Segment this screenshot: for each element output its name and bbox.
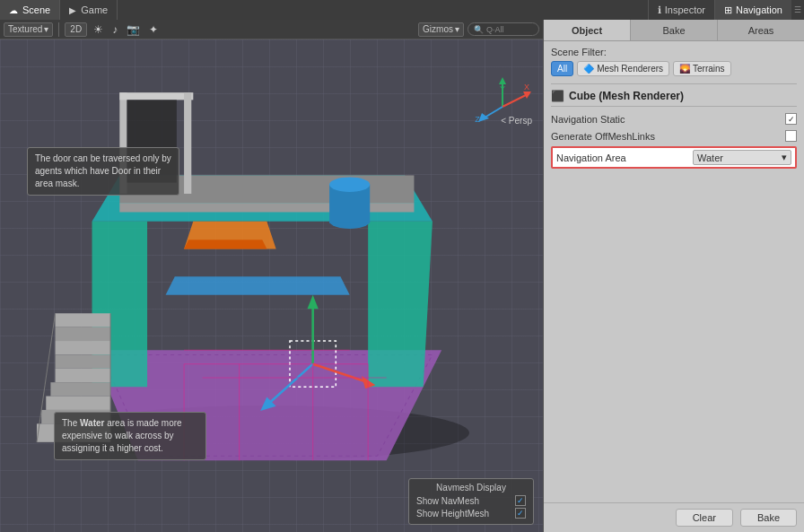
gizmos-label: Gizmos xyxy=(423,24,453,34)
btn-2d[interactable]: 2D xyxy=(65,22,87,37)
sub-tab-bake[interactable]: Bake xyxy=(631,20,718,40)
prop-nav-static-label: Navigation Static xyxy=(551,114,785,125)
filter-btn-mesh-renderers[interactable]: 🔷 Mesh Renderers xyxy=(577,61,669,76)
tab-scene-label: Scene xyxy=(22,4,50,15)
prop-gen-offmesh-label: Generate OffMeshLinks xyxy=(551,131,785,142)
svg-rect-12 xyxy=(56,369,111,382)
navigation-label: Navigation xyxy=(736,4,782,15)
main-layout: Textured ▾ 2D ☀ ♪ 📷 ✦ Gizmos ▾ 🔍 Q·All xyxy=(0,20,804,532)
search-icon: 🔍 xyxy=(474,25,484,34)
tab-game-label: Game xyxy=(81,4,108,15)
nav-area-value: Water xyxy=(697,153,723,163)
navmesh-show-row: Show NavMesh ✓ xyxy=(416,495,526,506)
tooltip-water: The Water area is made more expensive to… xyxy=(54,412,206,460)
navmesh-display: Navmesh Display Show NavMesh ✓ Show Heig… xyxy=(408,478,534,525)
svg-rect-11 xyxy=(56,354,111,368)
scene-filter-label: Scene Filter: xyxy=(551,47,797,57)
tab-game[interactable]: ▶ Game xyxy=(60,0,118,20)
persp-label: < Persp xyxy=(501,116,532,126)
nav-static-checkbox[interactable]: ✓ xyxy=(785,113,797,125)
fx-icon[interactable]: ✦ xyxy=(146,23,161,36)
bake-button[interactable]: Bake xyxy=(740,509,797,527)
clear-button[interactable]: Clear xyxy=(676,509,733,527)
svg-rect-13 xyxy=(50,382,110,396)
svg-marker-25 xyxy=(166,276,350,295)
textured-arrow: ▾ xyxy=(44,24,48,34)
show-heightmesh-checkbox[interactable]: ✓ xyxy=(515,508,526,519)
svg-marker-4 xyxy=(368,222,433,388)
scene-panel: Textured ▾ 2D ☀ ♪ 📷 ✦ Gizmos ▾ 🔍 Q·All xyxy=(0,20,544,532)
svg-rect-21 xyxy=(184,92,191,194)
gizmos-arrow: ▾ xyxy=(455,24,459,34)
svg-marker-50 xyxy=(478,113,489,122)
tooltip-door: The door can be traversed only by agents… xyxy=(27,147,179,196)
audio-icon[interactable]: ♪ xyxy=(109,23,120,36)
tab-navigation[interactable]: ⊞ Navigation xyxy=(714,0,791,20)
right-bottom-bar: Clear Bake xyxy=(544,502,804,532)
filter-btn-all[interactable]: All xyxy=(551,61,573,76)
scene-viewport[interactable]: Y X Z < Persp The door can be traversed … xyxy=(0,39,543,532)
svg-marker-44 xyxy=(499,77,506,84)
panel-options[interactable]: ☰ xyxy=(791,0,804,20)
search-placeholder: Q·All xyxy=(486,25,504,34)
mesh-renderer-icon: 🔷 xyxy=(583,64,594,74)
svg-marker-31 xyxy=(307,295,318,309)
svg-text:X: X xyxy=(524,83,529,92)
svg-rect-8 xyxy=(56,313,111,327)
nav-area-arrow: ▾ xyxy=(782,152,787,163)
filter-btn-terrains[interactable]: 🌄 Terrains xyxy=(673,61,731,76)
right-sub-tabs: Object Bake Areas xyxy=(544,20,804,41)
light-icon[interactable]: ☀ xyxy=(91,23,106,36)
textured-label: Textured xyxy=(8,24,42,34)
tab-scene[interactable]: ☁ Scene xyxy=(0,0,60,20)
gizmos-dropdown[interactable]: Gizmos ▾ xyxy=(418,22,464,37)
nav-area-select[interactable]: Water ▾ xyxy=(693,150,791,165)
show-navmesh-checkbox[interactable]: ✓ xyxy=(515,495,526,506)
object-header: ⬛ Cube (Mesh Renderer) xyxy=(551,90,797,107)
svg-text:Y: Y xyxy=(500,84,505,93)
scene-search[interactable]: 🔍 Q·All xyxy=(468,22,539,36)
inspector-icon: ℹ xyxy=(658,4,661,16)
game-tab-icon: ▶ xyxy=(69,5,76,15)
nav-area-label: Navigation Area xyxy=(556,153,626,163)
svg-marker-24 xyxy=(184,240,267,249)
gen-offmesh-checkbox[interactable] xyxy=(785,130,797,142)
sub-tab-areas[interactable]: Areas xyxy=(718,20,804,40)
filter-row: All 🔷 Mesh Renderers 🌄 Terrains xyxy=(551,61,797,76)
svg-text:Z: Z xyxy=(475,115,480,124)
navigation-icon: ⊞ xyxy=(724,4,732,16)
show-heightmesh-label: Show HeightMesh xyxy=(416,509,489,519)
show-navmesh-label: Show NavMesh xyxy=(416,496,479,506)
gizmo-axis: Y X Z xyxy=(471,75,534,138)
svg-rect-20 xyxy=(119,92,193,100)
sub-tab-object[interactable]: Object xyxy=(544,20,631,40)
object-name-label: Cube (Mesh Renderer) xyxy=(569,90,684,102)
right-panel: Object Bake Areas Scene Filter: All 🔷 Me… xyxy=(544,20,804,532)
scene-tab-icon: ☁ xyxy=(9,5,18,15)
prop-gen-offmesh-row: Generate OffMeshLinks xyxy=(551,129,797,143)
svg-rect-9 xyxy=(56,327,111,341)
svg-rect-14 xyxy=(46,397,110,410)
camera-icon[interactable]: 📷 xyxy=(124,23,143,36)
prop-nav-area-row: Navigation Area Water ▾ xyxy=(551,146,797,169)
tab-inspector[interactable]: ℹ Inspector xyxy=(648,0,714,20)
right-panel-content: Scene Filter: All 🔷 Mesh Renderers 🌄 Ter… xyxy=(544,41,804,502)
navmesh-height-row: Show HeightMesh ✓ xyxy=(416,508,526,519)
prop-nav-static-row: Navigation Static ✓ xyxy=(551,112,797,126)
terrain-icon: 🌄 xyxy=(679,64,690,74)
inspector-label: Inspector xyxy=(665,4,705,15)
navmesh-title: Navmesh Display xyxy=(416,483,526,493)
svg-rect-10 xyxy=(56,341,111,354)
top-tab-bar: ☁ Scene ▶ Game ℹ Inspector ⊞ Navigation … xyxy=(0,0,804,20)
svg-point-28 xyxy=(329,178,370,192)
toolbar-sep-1 xyxy=(58,22,59,37)
object-type-icon: ⬛ xyxy=(551,90,564,102)
textured-dropdown[interactable]: Textured ▾ xyxy=(4,22,53,37)
scene-toolbar: Textured ▾ 2D ☀ ♪ 📷 ✦ Gizmos ▾ 🔍 Q·All xyxy=(0,20,543,39)
divider-1 xyxy=(551,83,797,84)
